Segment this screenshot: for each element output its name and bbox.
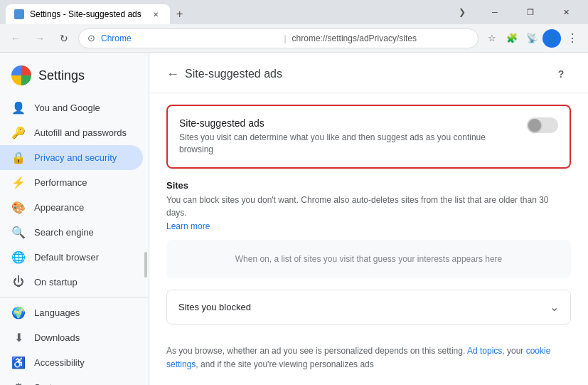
appearance-icon: 🎨 bbox=[11, 201, 26, 214]
sidebar-scrollbar bbox=[144, 252, 147, 278]
tab-area: Settings - Site-suggested ads ✕ + bbox=[6, 0, 451, 24]
sidebar-divider bbox=[0, 297, 149, 297]
sidebar-item-privacy[interactable]: 🔒 Privacy and security bbox=[0, 145, 143, 170]
window-controls: ─ ❒ ✕ bbox=[479, 2, 582, 22]
site-suggested-ads-card: Site-suggested ads Sites you visit can d… bbox=[166, 105, 571, 169]
content-header: ← Site-suggested ads ? bbox=[149, 53, 588, 93]
profile-icon-symbol: 👤 bbox=[546, 33, 557, 43]
url-text: chrome://settings/adPrivacy/sites bbox=[292, 33, 469, 43]
sites-title: Sites bbox=[166, 180, 571, 191]
sidebar-label-system: System bbox=[34, 382, 65, 385]
sidebar-header: Settings bbox=[0, 58, 149, 95]
blocked-chevron-icon: ⌄ bbox=[550, 300, 559, 314]
addressbar: ← → ↻ ⊙ Chrome | chrome://settings/adPri… bbox=[0, 24, 588, 53]
sites-empty-state: When on, a list of sites you visit that … bbox=[166, 240, 571, 278]
footer-text-after: , and if the site you're viewing persona… bbox=[196, 359, 373, 369]
reload-button[interactable]: ↻ bbox=[54, 28, 74, 48]
toggle-thumb bbox=[528, 119, 541, 132]
extension-button[interactable]: 🧩 bbox=[503, 29, 521, 48]
sidebar-item-search[interactable]: 🔍 Search engine bbox=[0, 220, 143, 245]
person-icon: 👤 bbox=[11, 101, 26, 115]
footer-text-before: As you browse, whether an ad you see is … bbox=[166, 346, 467, 356]
toggle-description: Sites you visit can determine what you l… bbox=[179, 132, 520, 156]
lock-icon: 🔒 bbox=[11, 151, 26, 164]
sidebar-label-performance: Performance bbox=[34, 177, 87, 188]
learn-more-link[interactable]: Learn more bbox=[166, 221, 210, 231]
tab-close-button[interactable]: ✕ bbox=[150, 9, 161, 20]
blocked-title: Sites you blocked bbox=[178, 302, 251, 312]
blocked-sites-section: Sites you blocked ⌄ bbox=[166, 290, 571, 325]
sidebar-label-startup: On startup bbox=[34, 277, 77, 288]
active-tab[interactable]: Settings - Site-suggested ads ✕ bbox=[6, 4, 170, 24]
sidebar-item-performance[interactable]: ⚡ Performance bbox=[0, 170, 143, 195]
site-ads-toggle[interactable] bbox=[527, 117, 558, 135]
footer-text: As you browse, whether an ad you see is … bbox=[149, 336, 588, 383]
profile-button[interactable]: 👤 bbox=[542, 29, 561, 48]
sites-section: Sites You can block sites you don't want… bbox=[149, 180, 588, 290]
content-area: ← Site-suggested ads ? Site-suggested ad… bbox=[149, 53, 588, 385]
sites-description: You can block sites you don't want. Chro… bbox=[166, 194, 571, 219]
downloads-icon: ⬇ bbox=[11, 331, 26, 344]
sidebar-item-accessibility[interactable]: ♿ Accessibility bbox=[0, 350, 143, 375]
sidebar-label-languages: Languages bbox=[34, 307, 80, 318]
search-icon: 🔍 bbox=[11, 226, 26, 239]
toggle-card-text: Site-suggested ads Sites you visit can d… bbox=[179, 117, 520, 156]
accessibility-icon: ♿ bbox=[11, 356, 26, 369]
sidebar-item-startup[interactable]: ⏻ On startup bbox=[0, 270, 143, 294]
sidebar-label-privacy: Privacy and security bbox=[34, 152, 117, 163]
startup-icon: ⏻ bbox=[11, 275, 26, 288]
help-icon: ? bbox=[558, 68, 565, 80]
sidebar-label-accessibility: Accessibility bbox=[34, 357, 85, 368]
forward-button[interactable]: → bbox=[30, 28, 50, 48]
cast-button[interactable]: 📡 bbox=[523, 29, 541, 48]
system-icon: ⚙ bbox=[11, 381, 26, 385]
app-title: Settings bbox=[38, 68, 85, 83]
toggle-title: Site-suggested ads bbox=[179, 117, 520, 129]
tab-strip-chevron[interactable]: ❯ bbox=[454, 6, 470, 19]
toggle-track bbox=[527, 117, 558, 133]
back-button[interactable]: ← Site-suggested ads bbox=[166, 67, 282, 82]
titlebar: Settings - Site-suggested ads ✕ + ❯ ─ ❒ … bbox=[0, 0, 588, 24]
sidebar-item-default-browser[interactable]: 🌐 Default browser bbox=[0, 245, 143, 270]
performance-icon: ⚡ bbox=[11, 176, 26, 189]
help-button[interactable]: ? bbox=[551, 64, 571, 84]
browser-label: Chrome bbox=[101, 33, 278, 43]
footer-text-between: , your bbox=[502, 346, 525, 356]
sidebar-item-downloads[interactable]: ⬇ Downloads bbox=[0, 325, 143, 350]
sidebar-label-downloads: Downloads bbox=[34, 332, 80, 343]
blocked-sites-header[interactable]: Sites you blocked ⌄ bbox=[167, 290, 570, 324]
sidebar-item-system[interactable]: ⚙ System bbox=[0, 375, 143, 385]
browser-icon: 🌐 bbox=[11, 250, 26, 264]
sidebar: Settings 👤 You and Google 🔑 Autofill and… bbox=[0, 53, 149, 385]
minimize-button[interactable]: ─ bbox=[479, 2, 511, 22]
back-arrow-icon: ← bbox=[166, 67, 179, 82]
chrome-logo bbox=[11, 65, 31, 85]
sidebar-label-you-and-google: You and Google bbox=[34, 102, 100, 113]
url-separator: | bbox=[284, 33, 286, 43]
close-button[interactable]: ✕ bbox=[550, 2, 582, 22]
restore-button[interactable]: ❒ bbox=[514, 2, 547, 22]
languages-icon: 🌍 bbox=[11, 306, 26, 320]
tab-title: Settings - Site-suggested ads bbox=[30, 9, 141, 19]
sidebar-label-default-browser: Default browser bbox=[34, 252, 99, 263]
chrome-menu-button[interactable]: ⋮ bbox=[562, 28, 582, 48]
sidebar-item-languages[interactable]: 🌍 Languages bbox=[0, 300, 143, 325]
ad-topics-link[interactable]: Ad topics bbox=[467, 346, 502, 356]
sidebar-label-search: Search engine bbox=[34, 227, 94, 238]
site-info-icon: ⊙ bbox=[87, 33, 95, 43]
sidebar-item-autofill[interactable]: 🔑 Autofill and passwords bbox=[0, 120, 143, 145]
sidebar-label-autofill: Autofill and passwords bbox=[34, 127, 127, 138]
back-button[interactable]: ← bbox=[6, 28, 26, 48]
bookmark-button[interactable]: ☆ bbox=[483, 29, 501, 48]
main-layout: Settings 👤 You and Google 🔑 Autofill and… bbox=[0, 53, 588, 385]
address-bar-actions: ☆ 🧩 📡 👤 ⋮ bbox=[483, 28, 582, 48]
page-title: Site-suggested ads bbox=[185, 68, 282, 80]
key-icon: 🔑 bbox=[11, 126, 26, 139]
new-tab-button[interactable]: + bbox=[170, 4, 190, 24]
sidebar-label-appearance: Appearance bbox=[34, 202, 84, 213]
address-bar[interactable]: ⊙ Chrome | chrome://settings/adPrivacy/s… bbox=[78, 28, 479, 48]
sidebar-item-you-and-google[interactable]: 👤 You and Google bbox=[0, 95, 143, 120]
tab-favicon bbox=[14, 9, 24, 19]
sidebar-item-appearance[interactable]: 🎨 Appearance bbox=[0, 195, 143, 220]
